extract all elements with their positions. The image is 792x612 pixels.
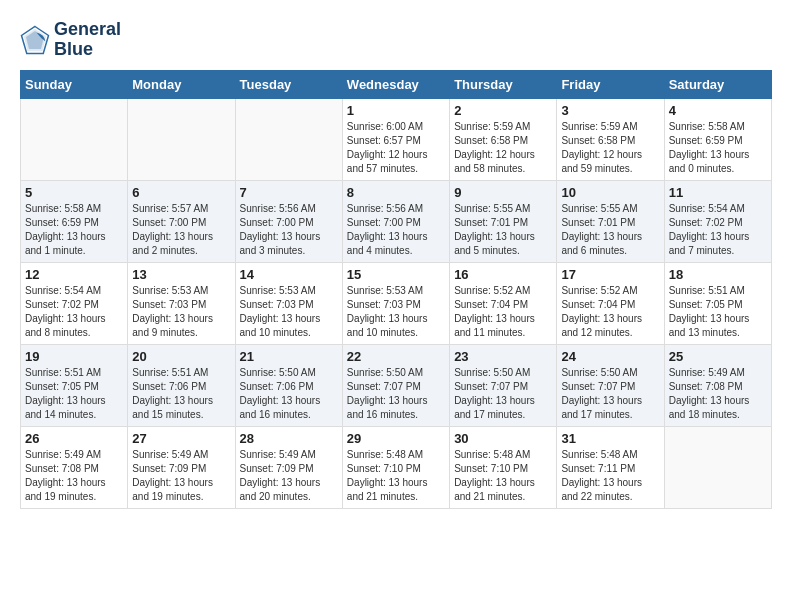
- day-number: 27: [132, 431, 230, 446]
- weekday-header: Sunday: [21, 70, 128, 98]
- day-number: 14: [240, 267, 338, 282]
- calendar-cell: 23Sunrise: 5:50 AM Sunset: 7:07 PM Dayli…: [450, 344, 557, 426]
- day-info: Sunrise: 5:53 AM Sunset: 7:03 PM Dayligh…: [132, 284, 230, 340]
- day-info: Sunrise: 5:55 AM Sunset: 7:01 PM Dayligh…: [454, 202, 552, 258]
- day-number: 15: [347, 267, 445, 282]
- calendar-week-row: 19Sunrise: 5:51 AM Sunset: 7:05 PM Dayli…: [21, 344, 772, 426]
- logo-text: General Blue: [54, 20, 121, 60]
- calendar-cell: 21Sunrise: 5:50 AM Sunset: 7:06 PM Dayli…: [235, 344, 342, 426]
- day-info: Sunrise: 5:51 AM Sunset: 7:06 PM Dayligh…: [132, 366, 230, 422]
- day-info: Sunrise: 5:49 AM Sunset: 7:08 PM Dayligh…: [25, 448, 123, 504]
- calendar-table: SundayMondayTuesdayWednesdayThursdayFrid…: [20, 70, 772, 509]
- day-info: Sunrise: 5:49 AM Sunset: 7:09 PM Dayligh…: [132, 448, 230, 504]
- day-info: Sunrise: 5:56 AM Sunset: 7:00 PM Dayligh…: [347, 202, 445, 258]
- day-number: 17: [561, 267, 659, 282]
- day-number: 12: [25, 267, 123, 282]
- day-number: 4: [669, 103, 767, 118]
- day-number: 23: [454, 349, 552, 364]
- weekday-header: Thursday: [450, 70, 557, 98]
- day-number: 25: [669, 349, 767, 364]
- day-number: 1: [347, 103, 445, 118]
- day-number: 19: [25, 349, 123, 364]
- day-info: Sunrise: 5:48 AM Sunset: 7:10 PM Dayligh…: [347, 448, 445, 504]
- calendar-cell: 8Sunrise: 5:56 AM Sunset: 7:00 PM Daylig…: [342, 180, 449, 262]
- day-info: Sunrise: 5:52 AM Sunset: 7:04 PM Dayligh…: [561, 284, 659, 340]
- day-number: 16: [454, 267, 552, 282]
- day-info: Sunrise: 5:53 AM Sunset: 7:03 PM Dayligh…: [240, 284, 338, 340]
- day-number: 3: [561, 103, 659, 118]
- day-info: Sunrise: 5:49 AM Sunset: 7:08 PM Dayligh…: [669, 366, 767, 422]
- calendar-cell: 18Sunrise: 5:51 AM Sunset: 7:05 PM Dayli…: [664, 262, 771, 344]
- day-number: 13: [132, 267, 230, 282]
- day-number: 21: [240, 349, 338, 364]
- day-number: 31: [561, 431, 659, 446]
- page-header: General Blue: [20, 20, 772, 60]
- weekday-header: Wednesday: [342, 70, 449, 98]
- day-number: 11: [669, 185, 767, 200]
- weekday-header: Saturday: [664, 70, 771, 98]
- calendar-cell: 6Sunrise: 5:57 AM Sunset: 7:00 PM Daylig…: [128, 180, 235, 262]
- day-number: 29: [347, 431, 445, 446]
- day-info: Sunrise: 5:54 AM Sunset: 7:02 PM Dayligh…: [25, 284, 123, 340]
- day-info: Sunrise: 5:48 AM Sunset: 7:10 PM Dayligh…: [454, 448, 552, 504]
- calendar-week-row: 26Sunrise: 5:49 AM Sunset: 7:08 PM Dayli…: [21, 426, 772, 508]
- calendar-cell: 31Sunrise: 5:48 AM Sunset: 7:11 PM Dayli…: [557, 426, 664, 508]
- calendar-cell: 15Sunrise: 5:53 AM Sunset: 7:03 PM Dayli…: [342, 262, 449, 344]
- day-number: 6: [132, 185, 230, 200]
- calendar-cell: 2Sunrise: 5:59 AM Sunset: 6:58 PM Daylig…: [450, 98, 557, 180]
- calendar-cell: 14Sunrise: 5:53 AM Sunset: 7:03 PM Dayli…: [235, 262, 342, 344]
- calendar-cell: 5Sunrise: 5:58 AM Sunset: 6:59 PM Daylig…: [21, 180, 128, 262]
- day-number: 26: [25, 431, 123, 446]
- calendar-cell: [21, 98, 128, 180]
- day-number: 5: [25, 185, 123, 200]
- calendar-cell: 26Sunrise: 5:49 AM Sunset: 7:08 PM Dayli…: [21, 426, 128, 508]
- calendar-cell: 16Sunrise: 5:52 AM Sunset: 7:04 PM Dayli…: [450, 262, 557, 344]
- calendar-header: SundayMondayTuesdayWednesdayThursdayFrid…: [21, 70, 772, 98]
- day-info: Sunrise: 5:48 AM Sunset: 7:11 PM Dayligh…: [561, 448, 659, 504]
- calendar-week-row: 5Sunrise: 5:58 AM Sunset: 6:59 PM Daylig…: [21, 180, 772, 262]
- weekday-header: Monday: [128, 70, 235, 98]
- day-number: 28: [240, 431, 338, 446]
- day-number: 24: [561, 349, 659, 364]
- day-info: Sunrise: 5:50 AM Sunset: 7:06 PM Dayligh…: [240, 366, 338, 422]
- calendar-cell: [664, 426, 771, 508]
- calendar-week-row: 12Sunrise: 5:54 AM Sunset: 7:02 PM Dayli…: [21, 262, 772, 344]
- calendar-cell: 17Sunrise: 5:52 AM Sunset: 7:04 PM Dayli…: [557, 262, 664, 344]
- day-info: Sunrise: 5:59 AM Sunset: 6:58 PM Dayligh…: [454, 120, 552, 176]
- day-info: Sunrise: 5:50 AM Sunset: 7:07 PM Dayligh…: [561, 366, 659, 422]
- calendar-cell: 7Sunrise: 5:56 AM Sunset: 7:00 PM Daylig…: [235, 180, 342, 262]
- calendar-body: 1Sunrise: 6:00 AM Sunset: 6:57 PM Daylig…: [21, 98, 772, 508]
- day-number: 10: [561, 185, 659, 200]
- day-number: 2: [454, 103, 552, 118]
- day-info: Sunrise: 5:50 AM Sunset: 7:07 PM Dayligh…: [347, 366, 445, 422]
- calendar-cell: 27Sunrise: 5:49 AM Sunset: 7:09 PM Dayli…: [128, 426, 235, 508]
- weekday-header: Friday: [557, 70, 664, 98]
- day-info: Sunrise: 5:51 AM Sunset: 7:05 PM Dayligh…: [669, 284, 767, 340]
- weekday-header: Tuesday: [235, 70, 342, 98]
- calendar-cell: 13Sunrise: 5:53 AM Sunset: 7:03 PM Dayli…: [128, 262, 235, 344]
- logo-icon: [20, 25, 50, 55]
- calendar-cell: 3Sunrise: 5:59 AM Sunset: 6:58 PM Daylig…: [557, 98, 664, 180]
- calendar-cell: 4Sunrise: 5:58 AM Sunset: 6:59 PM Daylig…: [664, 98, 771, 180]
- calendar-cell: [128, 98, 235, 180]
- calendar-cell: 24Sunrise: 5:50 AM Sunset: 7:07 PM Dayli…: [557, 344, 664, 426]
- day-info: Sunrise: 5:50 AM Sunset: 7:07 PM Dayligh…: [454, 366, 552, 422]
- day-number: 18: [669, 267, 767, 282]
- calendar-cell: 10Sunrise: 5:55 AM Sunset: 7:01 PM Dayli…: [557, 180, 664, 262]
- day-info: Sunrise: 5:58 AM Sunset: 6:59 PM Dayligh…: [669, 120, 767, 176]
- calendar-cell: 30Sunrise: 5:48 AM Sunset: 7:10 PM Dayli…: [450, 426, 557, 508]
- day-info: Sunrise: 5:53 AM Sunset: 7:03 PM Dayligh…: [347, 284, 445, 340]
- calendar-cell: 11Sunrise: 5:54 AM Sunset: 7:02 PM Dayli…: [664, 180, 771, 262]
- weekday-row: SundayMondayTuesdayWednesdayThursdayFrid…: [21, 70, 772, 98]
- calendar-cell: 29Sunrise: 5:48 AM Sunset: 7:10 PM Dayli…: [342, 426, 449, 508]
- calendar-cell: [235, 98, 342, 180]
- logo: General Blue: [20, 20, 121, 60]
- day-info: Sunrise: 5:49 AM Sunset: 7:09 PM Dayligh…: [240, 448, 338, 504]
- calendar-cell: 12Sunrise: 5:54 AM Sunset: 7:02 PM Dayli…: [21, 262, 128, 344]
- day-info: Sunrise: 5:59 AM Sunset: 6:58 PM Dayligh…: [561, 120, 659, 176]
- day-info: Sunrise: 5:55 AM Sunset: 7:01 PM Dayligh…: [561, 202, 659, 258]
- day-info: Sunrise: 5:58 AM Sunset: 6:59 PM Dayligh…: [25, 202, 123, 258]
- calendar-cell: 20Sunrise: 5:51 AM Sunset: 7:06 PM Dayli…: [128, 344, 235, 426]
- day-info: Sunrise: 5:54 AM Sunset: 7:02 PM Dayligh…: [669, 202, 767, 258]
- day-info: Sunrise: 5:52 AM Sunset: 7:04 PM Dayligh…: [454, 284, 552, 340]
